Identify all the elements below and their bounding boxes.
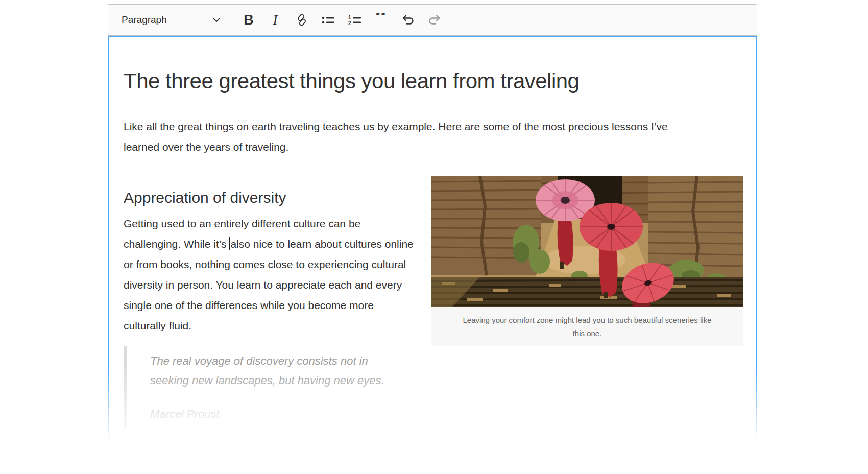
- numbered-list-icon: 1 2: [348, 14, 362, 26]
- quote-text: The real voyage of discovery consists no…: [150, 351, 390, 390]
- undo-button[interactable]: [395, 8, 421, 32]
- document-title[interactable]: The three greatest things you learn from…: [124, 69, 743, 104]
- redo-icon: [427, 14, 442, 26]
- undo-icon: [401, 14, 415, 26]
- body-text-after-caret: also nice to learn about cultures online…: [124, 238, 414, 331]
- intro-paragraph[interactable]: Like all the great things on earth trave…: [124, 116, 678, 157]
- paragraph-style-dropdown[interactable]: Paragraph: [108, 5, 230, 35]
- side-image-figure[interactable]: Leaving your comfort zone might lead you…: [431, 176, 743, 346]
- redo-button[interactable]: [422, 8, 447, 32]
- block-quote[interactable]: The real voyage of discovery consists no…: [124, 346, 743, 429]
- bulleted-list-button[interactable]: [316, 8, 341, 32]
- italic-icon: I: [273, 12, 278, 28]
- svg-text:2: 2: [348, 20, 351, 26]
- chevron-down-icon: [212, 15, 221, 25]
- block-quote-button[interactable]: “: [369, 8, 394, 32]
- rich-text-editor: Paragraph B I: [108, 4, 757, 471]
- monks-with-red-umbrellas-photo[interactable]: [431, 176, 743, 307]
- block-quote-icon: “: [375, 13, 388, 27]
- link-icon: [295, 13, 308, 27]
- editable-content-area[interactable]: The three greatest things you learn from…: [108, 36, 757, 471]
- quote-author: Marcel Proust: [150, 405, 743, 424]
- svg-text:1: 1: [348, 15, 351, 20]
- bold-icon: B: [244, 12, 254, 28]
- toolbar-buttons: B I: [230, 5, 448, 35]
- image-caption[interactable]: Leaving your comfort zone might lead you…: [431, 307, 743, 346]
- bulleted-list-icon: [321, 14, 335, 26]
- editor-toolbar: Paragraph B I: [108, 4, 757, 36]
- paragraph-style-label: Paragraph: [122, 14, 167, 26]
- numbered-list-button[interactable]: 1 2: [342, 8, 368, 32]
- italic-button[interactable]: I: [262, 8, 288, 32]
- bold-button[interactable]: B: [236, 8, 261, 32]
- link-button[interactable]: [289, 8, 315, 32]
